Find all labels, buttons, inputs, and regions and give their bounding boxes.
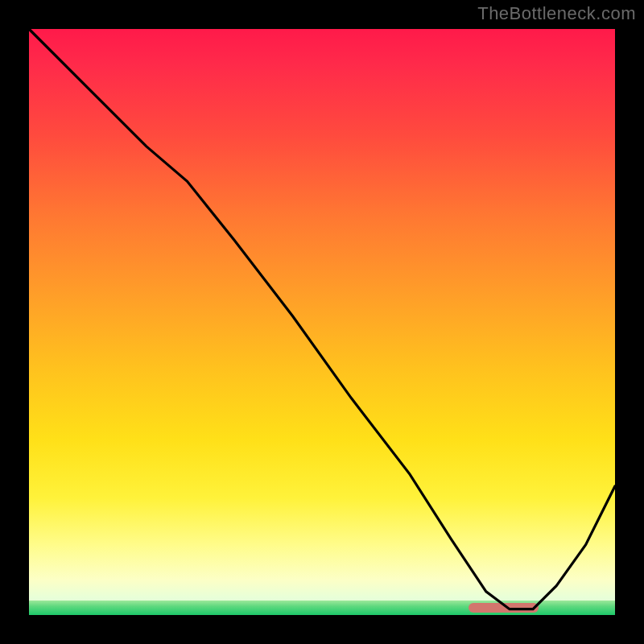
bottleneck-curve: [29, 29, 615, 615]
watermark-text: TheBottleneck.com: [477, 3, 636, 24]
curve-path: [29, 29, 615, 609]
plot-area: [29, 29, 615, 615]
